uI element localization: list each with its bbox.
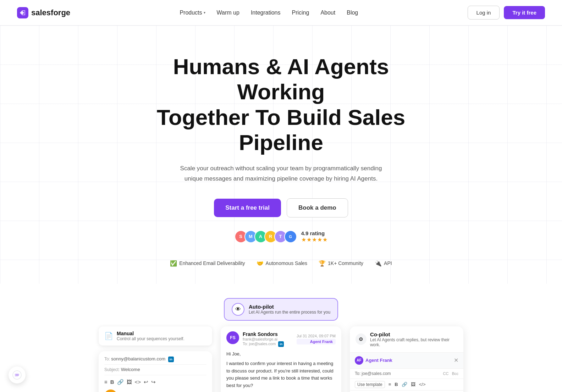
login-button[interactable]: Log in <box>468 6 500 20</box>
nav-integrations[interactable]: Integrations <box>251 10 281 16</box>
email-thread-card: FS Frank Sondors frank@salesforge.ai To:… <box>221 326 341 392</box>
frank-email: frank@salesforge.ai <box>243 337 284 341</box>
copilot-to: To: joe@sales.com CC Bcc <box>350 369 463 379</box>
frank-date: Jul 31 2024, 09:07 PM <box>297 334 336 338</box>
nav-links: Products ▾ Warm up Integrations Pricing … <box>180 10 358 16</box>
image-icon-2[interactable]: 🖼 <box>411 382 415 387</box>
frank-avatar: FS <box>226 331 239 344</box>
manual-icon: 📄 <box>104 332 113 340</box>
link-icon-2[interactable]: 🔗 <box>402 382 407 387</box>
agent-name: Agent Frank <box>365 358 392 363</box>
nav-pricing[interactable]: Pricing <box>292 10 309 16</box>
api-icon: 🔌 <box>375 260 382 267</box>
redo-icon[interactable]: ↪ <box>151 379 156 385</box>
hero-section: Humans & AI Agents Working Together To B… <box>0 26 562 284</box>
autopilot-icon: 👁 <box>232 303 244 316</box>
start-trial-button[interactable]: Start a free trial <box>214 199 281 217</box>
trophy-icon: 🏆 <box>319 260 326 267</box>
svg-point-3 <box>17 375 17 375</box>
check-icon: ✅ <box>170 260 177 267</box>
screenshots-section: 👁 Auto-pilot Let AI Agents run the entir… <box>0 284 562 392</box>
nav-actions: Log in Try it free <box>468 6 545 20</box>
try-free-button[interactable]: Try it free <box>504 6 545 19</box>
autopilot-desc: Let AI Agents run the entire process for… <box>249 310 330 315</box>
badge-community: 🏆 1K+ Community <box>319 260 363 267</box>
align-icon[interactable]: ≡ <box>104 379 108 385</box>
badge-api: 🔌 API <box>375 260 392 267</box>
frank-to: To: joe@sales.com in <box>243 341 284 347</box>
manual-title: Manual <box>117 331 184 336</box>
close-icon[interactable]: ✕ <box>454 357 458 364</box>
compose-subject: Subject: Welcome <box>104 367 206 375</box>
copilot-title: Co-pilot <box>370 331 458 337</box>
frank-body: Hi Joe, I wanted to confirm your interes… <box>226 350 336 392</box>
rating-score: 4.9 rating <box>301 230 328 236</box>
linkedin-icon-2: in <box>278 341 284 347</box>
undo-icon[interactable]: ↩ <box>144 379 148 385</box>
bold-icon[interactable]: B <box>110 379 114 385</box>
copilot-toolbar: Use template ≡ B 🔗 🖼 </> <box>350 379 463 391</box>
hero-buttons: Start a free trial Book a demo <box>9 198 553 217</box>
feature-badges: ✅ Enhanced Email Deliverability 🤝 Autono… <box>9 254 553 270</box>
compose-to: To: sonny@balanicustom.com in <box>104 356 206 365</box>
link-icon[interactable]: 🔗 <box>117 379 124 385</box>
svg-point-4 <box>18 375 18 375</box>
badge-autonomous: 🤝 Autonomous Sales <box>257 260 308 267</box>
use-template-btn[interactable]: Use template <box>355 381 385 388</box>
agent-header: AF Agent Frank ✕ <box>350 353 463 369</box>
linkedin-icon: in <box>168 357 174 362</box>
brand-name: salesforge <box>31 8 70 17</box>
copilot-body: Hi Joe, I wanted to confirm your interes… <box>350 391 463 392</box>
agent-badge: Agent Frank <box>297 339 336 344</box>
nav-blog[interactable]: Blog <box>347 10 358 16</box>
svg-point-2 <box>16 375 16 375</box>
copilot-header: ⚙ Co-pilot Let AI Agents craft replies, … <box>350 326 463 353</box>
code-icon[interactable]: <> <box>135 379 141 385</box>
support-chat-bubble[interactable] <box>9 366 26 383</box>
nav-warmup[interactable]: Warm up <box>217 10 239 16</box>
autopilot-title: Auto-pilot <box>249 304 330 310</box>
rating-stars: ★★★★★ <box>301 236 328 243</box>
agent-avatar-small: AF <box>355 356 363 365</box>
avatar-group: S M A R T G <box>235 230 297 243</box>
handshake-icon: 🤝 <box>257 260 264 267</box>
code-icon-2[interactable]: </> <box>419 382 426 387</box>
manual-mode-card: 📄 Manual Control all your sequences your… <box>99 326 212 346</box>
bold-icon-2[interactable]: B <box>395 382 398 387</box>
rating-row: S M A R T G 4.9 rating ★★★★★ <box>9 230 553 243</box>
autopilot-badge: 👁 Auto-pilot Let AI Agents run the entir… <box>224 298 338 321</box>
agent-name-row: AF Agent Frank <box>355 356 392 365</box>
compose-card: To: sonny@balanicustom.com in Subject: W… <box>99 351 212 392</box>
manual-desc: Control all your sequences yourself. <box>117 336 184 341</box>
badge-deliverability: ✅ Enhanced Email Deliverability <box>170 260 245 267</box>
rating-info: 4.9 rating ★★★★★ <box>301 230 328 243</box>
copilot-desc: Let AI Agents craft replies, but review … <box>370 337 458 347</box>
image-icon[interactable]: 🖼 <box>127 379 132 385</box>
frank-name: Frank Sondors <box>243 331 284 337</box>
copilot-card: ⚙ Co-pilot Let AI Agents craft replies, … <box>350 326 463 392</box>
book-demo-button[interactable]: Book a demo <box>287 198 348 217</box>
compose-toolbar: ≡ B 🔗 🖼 <> ↩ ↪ <box>104 379 206 385</box>
chevron-down-icon: ▾ <box>204 11 205 15</box>
compose-avatar: SF <box>104 390 117 392</box>
nav-products[interactable]: Products ▾ <box>180 10 205 16</box>
left-panel: 📄 Manual Control all your sequences your… <box>99 326 212 392</box>
avatar-g: G <box>284 230 297 243</box>
nav-about[interactable]: About <box>320 10 335 16</box>
thread-item-1: FS Frank Sondors frank@salesforge.ai To:… <box>221 326 341 392</box>
align-icon-2[interactable]: ≡ <box>389 382 391 387</box>
copilot-icon: ⚙ <box>356 333 367 345</box>
hero-subtext: Scale your outreach without scaling your… <box>171 164 391 184</box>
hero-headline: Humans & AI Agents Working Together To B… <box>139 54 423 155</box>
logo[interactable]: salesforge <box>17 7 70 18</box>
